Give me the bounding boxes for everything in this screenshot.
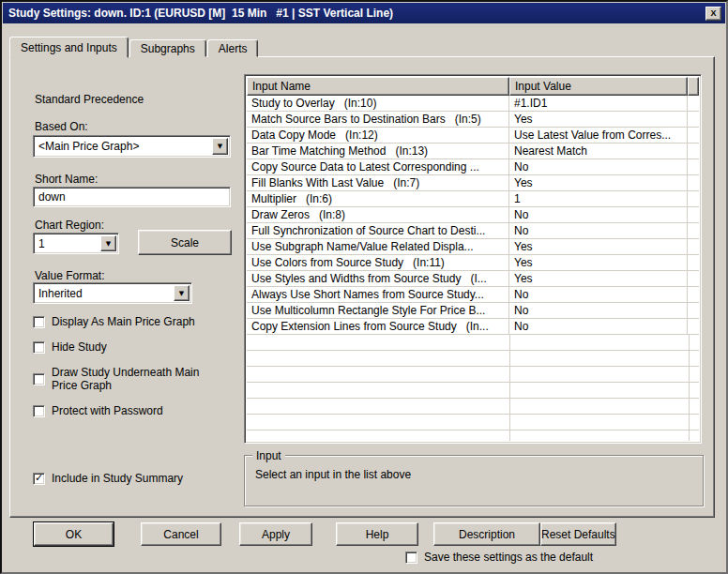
check-icon: ✓ — [35, 473, 43, 483]
input-groupbox-message: Select an input in the list above — [255, 468, 411, 481]
footer-button[interactable]: Apply — [239, 522, 312, 546]
tab[interactable]: Alerts — [207, 39, 259, 57]
input-name-cell: Use Subgraph Name/Value Related Displa..… — [247, 239, 509, 254]
tab-label: Subgraphs — [141, 42, 195, 55]
close-icon: X — [710, 8, 716, 18]
checkbox-label: Include in Study Summary — [52, 472, 183, 485]
tab[interactable]: Subgraphs — [129, 39, 206, 57]
footer-button[interactable]: Reset Defaults — [540, 522, 616, 546]
input-value-cell: No — [509, 287, 688, 302]
table-row[interactable]: Copy Extension Lines from Source Study (… — [247, 319, 699, 335]
table-row[interactable]: Bar Time Matching Method (In:13) Nearest… — [247, 144, 699, 159]
chart-region-value: 1 — [34, 237, 100, 250]
footer-button[interactable]: Help — [336, 522, 418, 546]
input-value-cell: Yes — [509, 255, 688, 270]
option-checkbox-row[interactable]: ✓ Protect with Password — [33, 404, 225, 417]
table-row[interactable]: Copy Source Data to Latest Corresponding… — [247, 159, 699, 175]
table-row[interactable]: Use Styles and Widths from Source Study … — [247, 271, 699, 287]
based-on-label: Based On: — [35, 120, 88, 133]
footer-button[interactable]: OK — [34, 522, 114, 546]
checkbox-label: Protect with Password — [52, 404, 163, 417]
input-value-cell: Yes — [509, 112, 688, 127]
table-row[interactable]: Data Copy Mode (In:12) Use Latest Value … — [247, 128, 699, 144]
title-bar: Study Settings: down. ID:1 (EURUSD [M] 1… — [3, 3, 725, 23]
input-value-cell: No — [509, 223, 688, 238]
window-title: Study Settings: down. ID:1 (EURUSD [M] 1… — [8, 7, 705, 20]
checkbox-label: Display As Main Price Graph — [52, 315, 195, 328]
column-header-filler — [688, 77, 699, 96]
table-row[interactable]: Multiplier (In:6) 1 — [247, 191, 699, 207]
footer-button[interactable]: Description — [433, 522, 540, 546]
table-row[interactable]: Draw Zeros (In:8) No — [247, 207, 699, 223]
study-settings-dialog: Study Settings: down. ID:1 (EURUSD [M] 1… — [0, 0, 728, 574]
column-header-input-name[interactable]: Input Name — [247, 77, 509, 96]
input-name-cell: Full Synchronization of Source Chart to … — [247, 223, 509, 238]
scale-button[interactable]: Scale — [138, 230, 232, 255]
option-checkbox-group: ✓ Display As Main Price Graph ✓ Hide Stu… — [33, 315, 225, 417]
input-value-cell: Yes — [509, 239, 688, 254]
option-checkbox-row[interactable]: ✓ Display As Main Price Graph — [33, 315, 225, 328]
short-name-label: Short Name: — [35, 173, 98, 186]
input-name-cell: Use Colors from Source Study (In:11) — [247, 255, 509, 270]
value-format-select[interactable]: Inherited ▼ — [33, 282, 192, 304]
input-name-cell: Always Use Short Names from Source Study… — [247, 287, 509, 302]
tab[interactable]: Settings and Inputs — [9, 37, 129, 58]
based-on-select[interactable]: <Main Price Graph> ▼ — [33, 135, 231, 158]
option-checkbox-row[interactable]: ✓ Hide Study — [33, 340, 225, 354]
input-value-cell: Yes — [509, 175, 688, 190]
input-value-cell: No — [509, 319, 688, 334]
checkbox[interactable]: ✓ — [33, 316, 45, 328]
based-on-value: <Main Price Graph> — [34, 140, 212, 153]
input-name-cell: Copy Extension Lines from Source Study (… — [247, 319, 509, 334]
checkbox[interactable]: ✓ — [33, 473, 45, 485]
table-row[interactable]: Always Use Short Names from Source Study… — [247, 287, 699, 303]
table-row[interactable]: Full Synchronization of Source Chart to … — [247, 223, 699, 239]
input-groupbox-title: Input — [252, 449, 285, 462]
inputs-table: Input Name Input Value Study to Overlay … — [244, 74, 702, 444]
table-row[interactable]: Study to Overlay (In:10) #1.ID1 — [247, 96, 699, 112]
input-name-cell: Data Copy Mode (In:12) — [247, 128, 509, 143]
input-name-cell: Fill Blanks With Last Value (In:7) — [247, 175, 509, 190]
input-name-cell: Draw Zeros (In:8) — [247, 207, 509, 222]
table-empty-area — [247, 335, 699, 441]
value-format-value: Inherited — [34, 287, 174, 300]
input-name-cell: Multiplier (In:6) — [247, 191, 509, 206]
input-name-cell: Use Styles and Widths from Source Study … — [247, 271, 509, 286]
input-name-cell: Copy Source Data to Latest Corresponding… — [247, 159, 509, 174]
table-row[interactable]: Fill Blanks With Last Value (In:7) Yes — [247, 175, 699, 191]
input-name-cell: Use Multicolumn Rectangle Style For Pric… — [247, 303, 509, 318]
checkbox[interactable]: ✓ — [405, 551, 417, 564]
checkbox-label: Hide Study — [52, 340, 107, 354]
column-header-input-value[interactable]: Input Value — [509, 77, 688, 96]
checkbox-label: Draw Study Underneath Main Price Graph — [52, 366, 225, 392]
dropdown-arrow-icon[interactable]: ▼ — [212, 138, 228, 155]
input-name-cell: Bar Time Matching Method (In:13) — [247, 144, 509, 159]
input-value-cell: Yes — [509, 271, 688, 286]
input-name-cell: Match Source Bars to Destination Bars (I… — [247, 112, 509, 127]
value-format-label: Value Format: — [35, 269, 104, 282]
table-row[interactable]: Match Source Bars to Destination Bars (I… — [247, 112, 699, 128]
checkbox[interactable]: ✓ — [33, 373, 45, 385]
tab-label: Settings and Inputs — [21, 41, 117, 54]
input-value-cell: No — [509, 207, 688, 222]
table-row[interactable]: Use Multicolumn Rectangle Style For Pric… — [247, 303, 699, 319]
checkbox[interactable]: ✓ — [33, 405, 45, 417]
dropdown-arrow-icon[interactable]: ▼ — [100, 235, 116, 251]
short-name-input[interactable]: down — [33, 187, 231, 207]
footer-button[interactable]: Cancel — [141, 522, 221, 546]
table-row[interactable]: Use Colors from Source Study (In:11) Yes — [247, 255, 699, 271]
input-name-cell: Study to Overlay (In:10) — [247, 96, 509, 111]
option-checkbox-row[interactable]: ✓ Draw Study Underneath Main Price Graph — [33, 366, 225, 392]
table-row[interactable]: Use Subgraph Name/Value Related Displa..… — [247, 239, 699, 255]
dropdown-arrow-icon[interactable]: ▼ — [174, 285, 190, 301]
tab-label: Alerts — [219, 42, 248, 55]
include-in-summary-row[interactable]: ✓ Include in Study Summary — [33, 472, 183, 485]
standard-precedence-label: Standard Precedence — [35, 93, 144, 106]
checkbox[interactable]: ✓ — [33, 341, 45, 354]
input-value-cell: No — [509, 303, 688, 318]
input-groupbox: Input Select an input in the list above — [244, 455, 704, 506]
close-button[interactable]: X — [705, 7, 721, 21]
save-default-row[interactable]: ✓ Save these settings as the default — [405, 551, 593, 564]
table-body: Study to Overlay (In:10) #1.ID1 Match So… — [247, 96, 699, 335]
chart-region-select[interactable]: 1 ▼ — [33, 233, 119, 254]
